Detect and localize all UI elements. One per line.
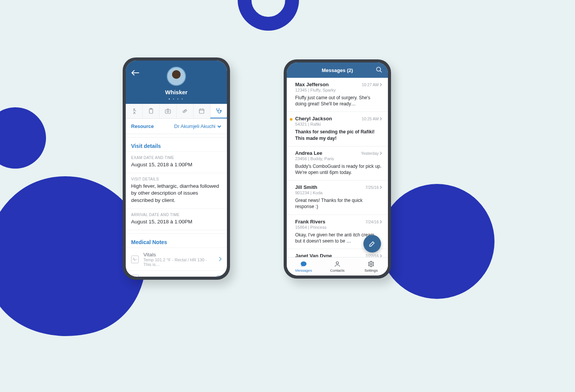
vitals-chevron [219, 256, 222, 262]
svg-rect-3 [165, 110, 171, 113]
tab-medical[interactable] [210, 104, 227, 118]
svg-point-13 [336, 262, 338, 264]
camera-icon [164, 108, 171, 115]
vitals-icon [131, 256, 139, 263]
exam-date-field: EXAM DATE AND TIME August 15, 2018 à 1:0… [126, 152, 227, 173]
chevron-right-icon [380, 117, 382, 121]
medical-notes-header: Medical Notes [126, 233, 227, 248]
message-preview: Buddy's ComboGuard is ready for pick up.… [295, 163, 382, 175]
chevron-right-icon [380, 185, 382, 189]
page-indicator: ● ● ● ● [130, 98, 222, 100]
messages-title: Messages (2) [322, 67, 353, 73]
chevron-right-icon [380, 220, 382, 224]
decor-circle-large [380, 184, 495, 299]
svg-point-0 [133, 108, 135, 110]
phone-frame-messages: Messages (2) Max Jefferson10:27 AM 12345… [284, 59, 391, 279]
message-list[interactable]: Max Jefferson10:27 AM 12345 | Fluffy, Sp… [287, 78, 388, 257]
chat-icon [300, 261, 307, 267]
screen-messages: Messages (2) Max Jefferson10:27 AM 12345… [287, 62, 388, 276]
svg-point-7 [220, 110, 222, 112]
vitals-sub: Temp 101.2 °F - Rectal / HR 130 - This i… [143, 258, 214, 267]
compose-button[interactable] [363, 235, 381, 253]
message-sender: Janet Van Dyne [295, 253, 332, 257]
walk-icon [131, 108, 138, 115]
message-preview: Thanks for sending the pic of Rafiki! Th… [295, 129, 382, 141]
pulse-icon [132, 258, 138, 261]
message-sender: Max Jefferson [295, 82, 329, 87]
plus-circle-icon [215, 275, 222, 277]
pet-avatar[interactable] [167, 67, 186, 86]
message-meta: 15864 | Princess [295, 225, 382, 230]
resource-selector[interactable]: Dr Akumjeli Akuchi [174, 123, 222, 129]
person-icon [334, 261, 341, 267]
message-sender: Cheryl Jackson [295, 116, 332, 121]
message-row[interactable]: Andrea LeeYesterday 23456 | Buddy, Paris… [287, 146, 388, 180]
nav-messages-label: Messages [295, 268, 312, 272]
pill-icon [181, 108, 188, 115]
decor-circle-small [0, 107, 46, 169]
resource-row: Resource Dr Akumjeli Akuchi [126, 119, 227, 134]
bottom-nav: Messages Contacts Settings [287, 257, 388, 276]
svg-point-9 [216, 276, 221, 277]
svg-rect-6 [199, 109, 204, 113]
message-sender: Andrea Lee [295, 150, 322, 156]
search-button[interactable] [376, 66, 383, 75]
nav-messages[interactable]: Messages [287, 258, 320, 276]
nav-settings[interactable]: Settings [354, 258, 388, 276]
resource-label: Resource [131, 123, 154, 129]
svg-point-4 [167, 111, 169, 113]
arrival-field: ARRIVAL DATE AND TIME August 15, 2018 à … [126, 209, 227, 230]
visit-details-header: Visit details [126, 137, 227, 152]
history-icon [131, 275, 139, 277]
message-time: Yesterday [361, 151, 382, 156]
vitals-body: Vitals Temp 101.2 °F - Rectal / HR 130 -… [143, 252, 214, 267]
visit-details-caption: VISIT DETAILS [131, 177, 222, 181]
message-preview: Great news! Thanks for the quick respons… [295, 197, 382, 210]
message-meta: 54321 | Rafiki [295, 122, 382, 126]
exam-date-value: August 15, 2018 à 1:00PM [131, 161, 222, 168]
arrival-caption: ARRIVAL DATE AND TIME [131, 213, 222, 217]
pet-name: Whisker [130, 89, 222, 95]
chevron-right-icon [219, 257, 222, 261]
screen-detail: Whisker ● ● ● ● Resource Dr Akumjeli Aku… [126, 61, 227, 277]
arrival-value: August 15, 2018 à 1:00PM [131, 218, 222, 225]
message-time: 10:27 AM [362, 82, 382, 87]
unread-indicator [290, 118, 292, 121]
tab-rx[interactable] [176, 104, 193, 118]
patient-history-title: Patient History [143, 276, 211, 277]
chevron-right-icon [380, 151, 382, 155]
clipboard-icon [148, 108, 154, 115]
message-meta: 901234 | Koda [295, 190, 382, 195]
message-row[interactable]: Jill Smith7/25/16 901234 | KodaGreat new… [287, 180, 388, 215]
tab-camera[interactable] [159, 104, 176, 118]
back-button[interactable] [131, 70, 140, 78]
message-preview: Fluffy just came out of surgery. She's d… [295, 95, 382, 107]
vitals-row[interactable]: Vitals Temp 101.2 °F - Rectal / HR 130 -… [126, 248, 227, 271]
visit-details-field: VISIT DETAILS High fever, lethargic, dia… [126, 173, 227, 209]
tab-activity[interactable] [126, 104, 142, 118]
svg-point-12 [376, 67, 381, 71]
chevron-down-icon [217, 124, 222, 129]
message-meta: 23456 | Buddy, Paris [295, 156, 382, 161]
message-row[interactable]: Cheryl Jackson10:25 AM 54321 | RafikiTha… [287, 112, 388, 146]
exam-date-caption: EXAM DATE AND TIME [131, 156, 222, 160]
vitals-title: Vitals [143, 252, 214, 258]
message-row[interactable]: Max Jefferson10:27 AM 12345 | Fluffy, Sp… [287, 78, 388, 112]
message-time: 7/24/16 [365, 220, 382, 224]
patient-history-row[interactable]: Patient History [126, 271, 227, 277]
chevron-right-icon [380, 254, 382, 257]
calendar-icon [198, 108, 205, 115]
patient-history-add[interactable] [215, 275, 222, 277]
nav-contacts[interactable]: Contacts [320, 258, 354, 276]
compose-icon [368, 240, 376, 248]
svg-point-14 [370, 263, 372, 265]
nav-settings-label: Settings [365, 268, 378, 272]
message-time: 7/25/16 [365, 185, 382, 190]
resource-value: Dr Akumjeli Akuchi [174, 123, 215, 129]
message-sender: Jill Smith [295, 184, 317, 190]
tab-calendar[interactable] [193, 104, 210, 118]
header-messages: Messages (2) [287, 62, 388, 78]
message-time: 10:25 AM [362, 116, 382, 121]
stethoscope-icon [215, 107, 222, 114]
tab-records[interactable] [142, 104, 159, 118]
